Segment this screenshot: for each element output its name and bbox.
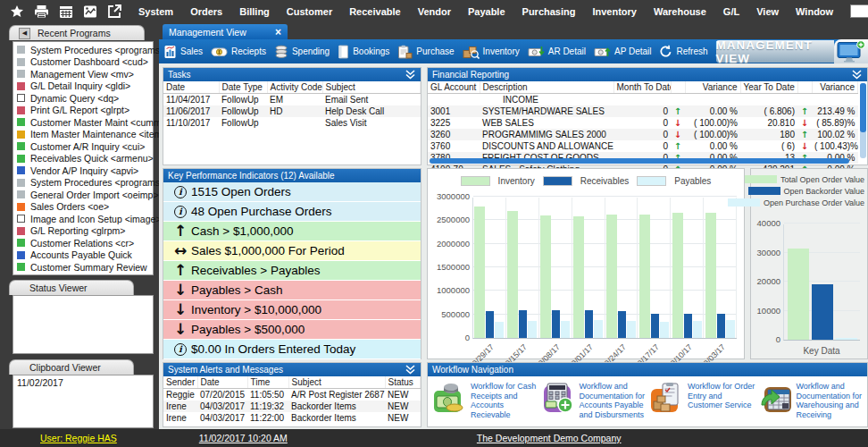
toolbar-button-label: Spending	[292, 46, 330, 56]
clipboard-viewer-tab[interactable]: Clipboard Viewer	[9, 359, 134, 375]
sidebar-item-customer-summary-review[interactable]: Customer Summary Review	[13, 261, 153, 274]
financial-row[interactable]: 3760DISCOUNTS AND ALLOWANCE0↑0.00 %( 6)↓…	[428, 140, 858, 152]
sidebar-collapse-icon[interactable]: ◀	[19, 28, 30, 39]
table-row[interactable]: Irene04/03/201711:22:00Backorder ItemsNE…	[163, 412, 421, 424]
print-icon[interactable]	[34, 4, 49, 20]
kpi-item-48-open-purchase-orders[interactable]: i48 Open Purchase Orders	[163, 202, 421, 222]
sidebar-item-customer-dashboard[interactable]: Customer Dashboard <cud>	[13, 56, 153, 69]
status-viewer-tab[interactable]: Status Viewer	[9, 280, 134, 295]
toolbar-button-refresh[interactable]: Refresh	[659, 45, 707, 58]
sidebar-item-customer-relations[interactable]: Customer Relations <cr>	[13, 237, 153, 249]
sidebar-item-accounts-payable-quick[interactable]: Accounts Payable Quick	[13, 249, 153, 262]
sidebar-item-vendor-a-p-inquiry[interactable]: Vendor A/P Inquiry <apvi>	[13, 164, 153, 177]
sidebar-item-item-master-maintenance[interactable]: Item Master Maintenance <item>	[13, 129, 153, 141]
sidebar-item-print-g-l-report[interactable]: Print G/L Report <glrpt>	[13, 105, 153, 117]
tab-close-icon[interactable]: ×	[275, 26, 281, 38]
workflow-item-workflow-and-documentation-for-warehousi[interactable]: Workflow and Documentation for Warehousi…	[757, 380, 866, 419]
kpi-item-sales-1-000-000-for-period[interactable]: ↔Sales $1,000,000 For Period	[163, 241, 421, 261]
kpi-item-receivables-payables[interactable]: ↑Receivables > Payables	[163, 261, 421, 281]
menu-item-inventory[interactable]: Inventory	[592, 6, 637, 17]
sidebar-item-system-procedures[interactable]: System Procedures <programsm>	[13, 44, 153, 56]
table-row[interactable]: 11/10/2017FollowUpSales Visit	[163, 117, 421, 129]
sidebar-item-system-procedures[interactable]: System Procedures <programs>	[13, 177, 153, 190]
statusbar-datetime-link[interactable]: 11/02/2017 10:20 AM	[199, 433, 288, 443]
statusbar-user-link[interactable]: User: Reggie HAS	[40, 433, 117, 443]
sidebar-item-dynamic-query[interactable]: Dynamic Query <dq>	[13, 92, 153, 105]
sidebar-item-receivables-quick[interactable]: Receivables Quick <armenu>	[13, 153, 153, 165]
report-image-icon[interactable]	[83, 4, 97, 20]
table-row[interactable]: Reggie07/20/201511:05:50A/R Post Registe…	[163, 389, 421, 401]
tab-management-view[interactable]: Management View ×	[163, 24, 288, 39]
toolbar-button-bookings[interactable]: Bookings	[338, 45, 389, 59]
search-input[interactable]	[850, 4, 868, 18]
menu-item-receivable[interactable]: Receivable	[349, 6, 400, 17]
sidebar-item-customer-a-r-inquiry[interactable]: Customer A/R Inquiry <cui>	[13, 140, 153, 153]
collapse-chevron-icon[interactable]	[405, 365, 416, 375]
menu-item-window[interactable]: Window	[796, 6, 833, 17]
program-icon	[17, 58, 25, 66]
menu-item-view[interactable]: View	[756, 6, 779, 17]
sidebar-item-g-l-detail-inquiry[interactable]: G/L Detail Inquiry <gldi>	[13, 80, 153, 93]
toolbar-button-ar-detail[interactable]: AR Detail	[528, 45, 586, 59]
toolbar-button-inventory[interactable]: Inventory	[463, 45, 520, 59]
financial-row[interactable]: 3225WEB SALES0↓( 100.00)%20.810↓( 85.89)…	[428, 117, 858, 129]
table-row[interactable]: 11/06/2017FollowUpHDHelp Desk Call	[163, 105, 421, 117]
variance-cell: 0.00 %	[685, 105, 740, 117]
kpi-text: Receivables > Payables	[191, 264, 320, 277]
export-icon[interactable]	[107, 4, 122, 20]
financial-row[interactable]: 3260PROGRAMMIMG SALES 20000↓( 100.00)%18…	[428, 129, 858, 140]
menu-item-g-l[interactable]: G/L	[723, 6, 739, 17]
sidebar-item-g-l-reporting[interactable]: G/L Reporting <glrpm>	[13, 225, 153, 238]
sidebar-item-sales-orders[interactable]: Sales Orders <oe>	[13, 201, 153, 214]
menu-item-purchasing[interactable]: Purchasing	[522, 6, 576, 17]
trend-arrow-icon: ↑	[797, 105, 812, 117]
sidebar-item-management-view[interactable]: Management View <mv>	[13, 68, 153, 80]
program-icon	[17, 251, 25, 259]
menu-item-warehouse[interactable]: Warehouse	[654, 6, 706, 17]
sidebar-item-image-and-icon-setup[interactable]: Image and Icon Setup <image>	[13, 213, 153, 225]
legend-swatch	[748, 187, 780, 195]
collapse-chevron-icon[interactable]	[851, 70, 863, 80]
recent-programs-tab[interactable]: ◀ Recent Programs	[9, 25, 145, 40]
kpi-text: $0.00 In Orders Entered Today	[191, 342, 355, 356]
kpi-item-payables-cash[interactable]: ↓Payables > Cash	[163, 281, 421, 300]
menu-item-payable[interactable]: Payable	[468, 6, 505, 17]
y-axis-tick-label: 40000	[757, 218, 780, 228]
program-label: System Procedures <programs>	[30, 177, 165, 188]
column-header: Subject	[288, 376, 385, 389]
kpi-item-payables-500-000[interactable]: ↓Payables > $500,000	[163, 320, 421, 340]
sidebar-item-customer-master-maint[interactable]: Customer Master Maint <cumm>	[13, 116, 153, 129]
workflow-item-workflow-for-order-entry-and-customer-se[interactable]: Workflow for Order Entry and Customer Se…	[648, 380, 757, 419]
workflow-item-workflow-and-documentation-for-accounts-[interactable]: Workflow and Documentation for Accounts …	[540, 380, 649, 419]
horizontal-scrollbar[interactable]	[430, 158, 849, 164]
kpi-item-inventory-10-000-000[interactable]: ↓Inventory > $10,000,000	[163, 300, 421, 320]
kpi-item-0-00-in-orders-entered-today[interactable]: i$0.00 In Orders Entered Today	[163, 340, 421, 359]
kpi-item-cash-1-000-000[interactable]: ↑Cash > $1,000,000	[163, 222, 421, 241]
toolbar-button-spending[interactable]: Spending	[274, 45, 330, 59]
toolbar-button-purchase[interactable]: Purchase	[397, 45, 454, 59]
vertical-scrollbar[interactable]	[860, 83, 866, 158]
financial-row[interactable]: 3001SYSTEM/HARDWARE SALES0↑0.00 %( 6.806…	[428, 105, 858, 117]
menu-item-vendor[interactable]: Vendor	[418, 6, 451, 17]
toolbar-button-reciepts[interactable]: Reciepts	[211, 46, 266, 58]
program-label: G/L Reporting <glrpm>	[30, 225, 125, 236]
menu-item-customer[interactable]: Customer	[287, 6, 332, 17]
kpi-item-1515-open-orders[interactable]: i1515 Open Orders	[163, 182, 421, 202]
table-row[interactable]: Irene04/03/201711:19:32Backorder ItemsNE…	[163, 401, 421, 412]
gl-account-cell: 3001	[428, 105, 480, 117]
bar-group	[539, 198, 572, 338]
column-header: Year To Date	[740, 81, 797, 94]
statusbar-company-link[interactable]: The Development Demo Company	[477, 433, 622, 443]
menu-item-billing[interactable]: Billing	[239, 6, 270, 17]
toolbar-button-ap-detail[interactable]: AP Detail	[594, 45, 652, 59]
monitor-launch-button[interactable]	[834, 39, 868, 63]
sidebar-item-general-order-import[interactable]: General Order Import <oeimp>	[13, 189, 153, 201]
toolbar-button-sales[interactable]: Sales	[163, 45, 203, 59]
workflow-item-workflow-for-cash-receipts-and-accounts-[interactable]: Workflow for Cash Receipts and Accounts …	[431, 380, 540, 419]
table-row[interactable]: 11/04/2017FollowUpEMEmail Sent	[163, 94, 421, 106]
menu-item-system[interactable]: System	[138, 6, 173, 17]
calendar-icon[interactable]	[59, 4, 73, 20]
collapse-chevron-icon[interactable]	[405, 70, 416, 80]
menu-item-orders[interactable]: Orders	[190, 6, 222, 17]
favorites-star-icon[interactable]	[10, 4, 24, 20]
